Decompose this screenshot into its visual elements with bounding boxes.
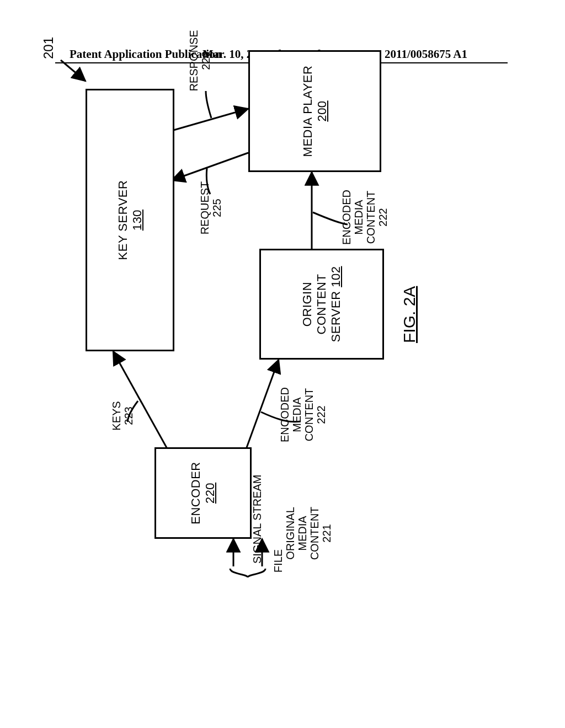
keys-label: KEYS 223 xyxy=(110,391,135,441)
media-player-num: 200 xyxy=(315,100,329,121)
svg-line-2 xyxy=(246,360,279,451)
encoder-num: 220 xyxy=(203,483,217,504)
origin-server-box: ORIGIN CONTENT SERVER 102 xyxy=(259,249,384,360)
key-server-num: 130 xyxy=(130,210,145,231)
origin-label-1: ORIGIN CONTENT xyxy=(300,250,329,358)
figure-ref-201: 201 xyxy=(41,26,56,70)
diagram-stage: ENCODER 220 KEY SERVER 130 ORIGIN CONTEN… xyxy=(3,153,555,577)
original-media-label: ORIGINAL MEDIA CONTENT 221 xyxy=(284,495,333,572)
response-label: RESPONSE 226 xyxy=(188,19,212,102)
encoded-media-label-2: ENCODED MEDIA CONTENT 222 xyxy=(340,179,389,256)
media-player-box: MEDIA PLAYER 200 xyxy=(248,50,381,172)
media-player-label: MEDIA PLAYER xyxy=(301,66,315,157)
request-label: REQUEST 225 xyxy=(199,172,223,244)
figure-caption: FIG. 2A xyxy=(400,286,419,343)
origin-label-2: SERVER 102 xyxy=(329,266,343,342)
signal-stream-label: SIGNAL STREAM xyxy=(251,453,263,564)
key-server-label: KEY SERVER xyxy=(116,180,130,260)
key-server-box: KEY SERVER 130 xyxy=(86,89,174,351)
encoder-box: ENCODER 220 xyxy=(154,447,252,539)
file-label: FILE xyxy=(272,542,284,580)
svg-line-7 xyxy=(61,60,86,81)
page: Patent Application Publication Mar. 10, … xyxy=(0,0,565,728)
encoded-media-label-1: ENCODED MEDIA CONTENT 222 xyxy=(279,376,327,453)
encoder-label: ENCODER xyxy=(189,462,203,524)
